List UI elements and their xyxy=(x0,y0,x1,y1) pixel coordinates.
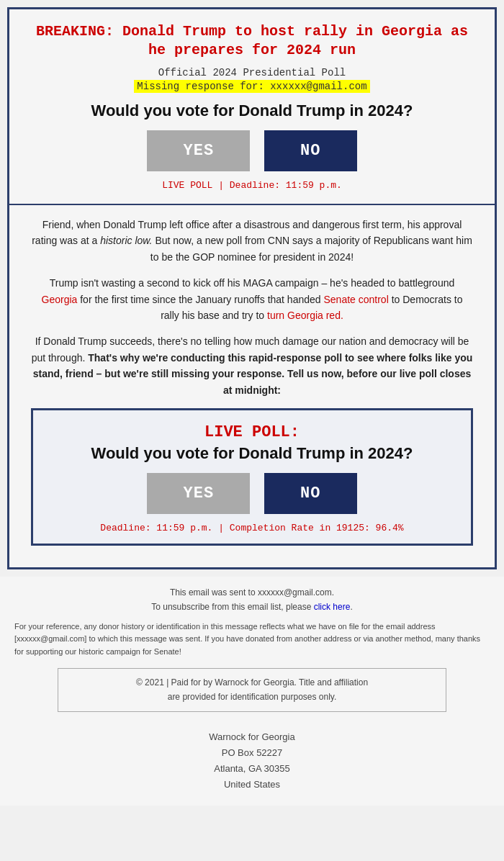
live-poll-label: LIVE POLL: xyxy=(55,423,449,441)
footer-section: This email was sent to xxxxxx@gmail.com.… xyxy=(0,577,504,806)
unsubscribe-link[interactable]: click here xyxy=(314,602,351,612)
address-section: Warnock for Georgia PO Box 52227 Atlanta… xyxy=(14,722,490,806)
no-button-bottom[interactable]: NO xyxy=(264,473,356,514)
footer-email-text: This email was sent to xxxxxx@gmail.com.… xyxy=(14,585,490,615)
yes-button-top[interactable]: YES xyxy=(147,130,250,171)
donor-history-text: For your reference, any donor history or… xyxy=(14,621,490,659)
vote-buttons-top: YES NO xyxy=(31,130,473,171)
body-section: Friend, when Donald Trump left office af… xyxy=(9,205,495,567)
live-poll-deadline-top: LIVE POLL | Deadline: 11:59 p.m. xyxy=(31,180,473,191)
no-button-top[interactable]: NO xyxy=(264,130,356,171)
missing-response-label: Missing response for: xxxxxx@gmail.com xyxy=(134,80,369,93)
paid-for-box: © 2021 | Paid for by Warnock for Georgia… xyxy=(58,668,446,711)
body-paragraph-1: Friend, when Donald Trump left office af… xyxy=(31,217,473,265)
address-po: PO Box 52227 xyxy=(14,745,490,761)
body-paragraph-3: If Donald Trump succeeds, there's no tel… xyxy=(31,333,473,398)
address-country: United States xyxy=(14,777,490,793)
paid-for-line1: © 2021 | Paid for by Warnock for Georgia… xyxy=(73,676,431,690)
address-city: Atlanta, GA 30355 xyxy=(14,761,490,777)
breaking-title: BREAKING: Donald Trump to host rally in … xyxy=(31,22,473,60)
unsubscribe-prefix: To unsubscribe from this email list, ple… xyxy=(151,602,313,612)
poll-question: Would you vote for Donald Trump in 2024? xyxy=(31,102,473,120)
body-paragraph-2: Trump isn't wasting a second to kick off… xyxy=(31,275,473,323)
address-org: Warnock for Georgia xyxy=(14,729,490,745)
unsubscribe-suffix: . xyxy=(350,602,352,612)
paid-for-line2: are provided for identification purposes… xyxy=(73,690,431,704)
sent-to-text: This email was sent to xxxxxx@gmail.com. xyxy=(170,587,334,598)
vote-buttons-bottom: YES NO xyxy=(55,473,449,514)
official-poll-label: Official 2024 Presidential Poll xyxy=(31,67,473,78)
email-container: BREAKING: Donald Trump to host rally in … xyxy=(7,7,497,569)
second-poll-box: LIVE POLL: Would you vote for Donald Tru… xyxy=(31,408,473,546)
yes-button-bottom[interactable]: YES xyxy=(147,473,250,514)
second-deadline-label: Deadline: 11:59 p.m. | Completion Rate i… xyxy=(55,523,449,533)
second-poll-question: Would you vote for Donald Trump in 2024? xyxy=(55,444,449,463)
header-section: BREAKING: Donald Trump to host rally in … xyxy=(9,9,495,204)
